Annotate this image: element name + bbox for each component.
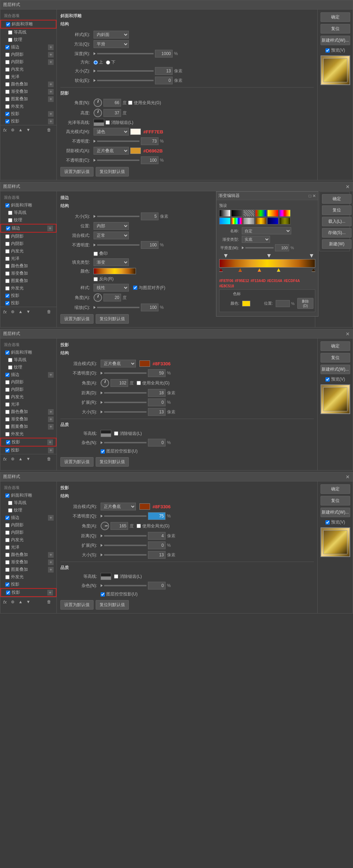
gradient-overlay3-checkbox[interactable] bbox=[5, 417, 10, 421]
pattern-overlay3-checkbox[interactable] bbox=[5, 425, 10, 429]
close-btn-2[interactable]: ✕ bbox=[346, 184, 350, 190]
reset-btn-1[interactable]: 复位 bbox=[321, 24, 350, 34]
highlight-opacity-input[interactable] bbox=[141, 137, 158, 145]
set-default-btn-2[interactable]: 设置为默认值 bbox=[60, 314, 94, 324]
highlight-mode-select[interactable]: 滤色 bbox=[94, 128, 129, 136]
sidebar4-color-overlay[interactable]: 颜色叠加 + bbox=[0, 551, 56, 558]
new-style-btn-3[interactable]: 新建样式(W)... bbox=[321, 365, 350, 374]
stroke4-checkbox[interactable] bbox=[5, 516, 10, 520]
sidebar2-item-drop-shadow1[interactable]: 投影 bbox=[0, 292, 56, 299]
fx2-trash-icon[interactable]: 🗑 bbox=[46, 309, 52, 315]
stroke3-checkbox[interactable] bbox=[5, 373, 10, 377]
reset-btn-3[interactable]: 复位 bbox=[321, 353, 350, 363]
stroke-opacity-arrow[interactable] bbox=[94, 244, 96, 246]
color-stop-5[interactable] bbox=[312, 268, 315, 272]
shadow4-opacity-arrow[interactable] bbox=[101, 515, 103, 517]
sidebar3-item-texture[interactable]: 纹理 bbox=[0, 364, 56, 371]
size-arrow[interactable] bbox=[94, 70, 96, 72]
shadow3-spread-arrow[interactable] bbox=[101, 401, 103, 404]
grad-new-btn[interactable]: 新建(W) bbox=[322, 239, 352, 249]
color-overlay3-checkbox[interactable] bbox=[5, 410, 10, 414]
fx2-down-icon[interactable]: ▼ bbox=[25, 309, 31, 315]
swatch-1[interactable] bbox=[219, 210, 231, 217]
inner-shadow2-1-checkbox[interactable] bbox=[5, 234, 10, 239]
shadow4-spread-arrow[interactable] bbox=[101, 544, 103, 547]
shadow3-angle-input[interactable] bbox=[110, 379, 128, 387]
new-style-btn-4[interactable]: 新建样式(W)... bbox=[321, 508, 350, 517]
shadow4-distance-arrow[interactable] bbox=[101, 534, 103, 537]
shadow-opacity-input[interactable] bbox=[141, 156, 158, 164]
shadow-color-swatch[interactable] bbox=[130, 148, 141, 154]
fx-trash-icon[interactable]: 🗑 bbox=[46, 127, 52, 133]
opacity-stop-1[interactable] bbox=[224, 254, 228, 258]
pattern-overlay4-checkbox[interactable] bbox=[5, 568, 10, 572]
sidebar-item-inner-shadow2[interactable]: 内阴影 + bbox=[0, 58, 56, 66]
pattern-overlay-plus[interactable]: + bbox=[48, 96, 54, 102]
shadow3-size-input[interactable] bbox=[148, 408, 166, 416]
color-overlay-plus[interactable]: + bbox=[48, 82, 54, 87]
sidebar3-item-bevel[interactable]: 斜面和浮雕 bbox=[0, 349, 56, 356]
shadow4-antialias-checkbox[interactable] bbox=[114, 574, 118, 579]
style-select[interactable]: 内斜面 bbox=[94, 31, 129, 38]
shadow3-layer-shadow-checkbox[interactable] bbox=[101, 449, 105, 454]
grad-type-select[interactable]: 实底 bbox=[242, 236, 270, 243]
gradient-overlay3-plus[interactable]: + bbox=[48, 417, 54, 422]
swatch-12[interactable] bbox=[279, 217, 291, 225]
stamp-checkbox[interactable] bbox=[94, 252, 98, 256]
sidebar2-item-pattern-overlay[interactable]: 图案叠加 bbox=[0, 277, 56, 285]
drop-shadow4-1-checkbox[interactable] bbox=[5, 582, 10, 587]
shadow3-antialias-checkbox[interactable] bbox=[114, 431, 118, 436]
shadow4-noise-arrow[interactable] bbox=[101, 584, 103, 587]
gloss-contour-preview[interactable] bbox=[94, 119, 104, 126]
global-light-checkbox[interactable] bbox=[128, 101, 132, 105]
set-default-btn-4[interactable]: 设置为默认值 bbox=[60, 600, 94, 610]
shadow4-opacity-input[interactable] bbox=[148, 512, 166, 520]
shadow4-contour-preview[interactable] bbox=[101, 573, 111, 580]
sidebar2-item-texture[interactable]: 纹理 bbox=[0, 216, 56, 224]
close-btn-4[interactable]: ✕ bbox=[346, 474, 350, 480]
inner-shadow2-plus[interactable]: + bbox=[48, 59, 54, 65]
dir-up-radio[interactable] bbox=[94, 60, 98, 65]
confirm-btn-4[interactable]: 确定 bbox=[321, 484, 350, 494]
shadow3-contour-preview[interactable] bbox=[101, 430, 111, 437]
highlight-opacity-arrow[interactable] bbox=[94, 140, 96, 143]
contour2-checkbox[interactable] bbox=[8, 211, 12, 215]
shadow4-global-light-checkbox[interactable] bbox=[137, 524, 141, 528]
dir-up-label[interactable]: 上 bbox=[94, 59, 103, 65]
shadow4-noise-input[interactable] bbox=[148, 582, 166, 589]
sidebar3-item-contour[interactable]: 等高线 bbox=[0, 356, 56, 364]
contour4-checkbox[interactable] bbox=[8, 501, 12, 505]
color-overlay4-checkbox[interactable] bbox=[5, 553, 10, 557]
stroke-style-select[interactable]: 线性 bbox=[94, 284, 129, 292]
sidebar-item-gradient-overlay[interactable]: 渐变叠加 + bbox=[0, 88, 56, 95]
stop-color-swatch[interactable] bbox=[242, 301, 250, 306]
shadow3-noise-input[interactable] bbox=[148, 439, 166, 447]
sidebar-item-outer-glow[interactable]: 外发光 bbox=[0, 103, 56, 110]
stroke-gradient-preview[interactable] bbox=[94, 268, 136, 274]
depth-arrow[interactable] bbox=[94, 52, 96, 55]
shadow4-angle-dial[interactable] bbox=[100, 521, 110, 531]
close-btn-3[interactable]: ✕ bbox=[346, 331, 350, 337]
sidebar4-satin[interactable]: 光泽 bbox=[0, 544, 56, 551]
sidebar3-drop-shadow1[interactable]: 投影 + bbox=[0, 438, 56, 447]
inner-shadow2-2-checkbox[interactable] bbox=[5, 242, 10, 246]
stroke2-checkbox[interactable] bbox=[6, 226, 10, 231]
pattern-overlay4-plus[interactable]: + bbox=[48, 567, 54, 573]
sidebar3-pattern-overlay[interactable]: 图案叠加 + bbox=[0, 423, 56, 430]
angle-input[interactable] bbox=[103, 99, 121, 107]
shadow4-angle-input[interactable] bbox=[110, 522, 128, 530]
satin3-checkbox[interactable] bbox=[5, 402, 10, 407]
pattern-overlay-checkbox[interactable] bbox=[5, 97, 10, 101]
inner-shadow4-2-checkbox[interactable] bbox=[5, 531, 10, 535]
align-checkbox[interactable] bbox=[133, 286, 137, 290]
soften-arrow[interactable] bbox=[94, 79, 96, 82]
shadow-opacity-arrow[interactable] bbox=[94, 159, 96, 162]
dir-down-radio[interactable] bbox=[106, 60, 110, 65]
drop-shadow2-plus[interactable]: + bbox=[48, 119, 54, 124]
sidebar2-item-contour[interactable]: 等高线 bbox=[0, 209, 56, 216]
shadow3-opacity-input[interactable] bbox=[148, 369, 166, 377]
sidebar2-item-color-overlay[interactable]: 颜色叠加 bbox=[0, 262, 56, 270]
inner-shadow3-2-checkbox[interactable] bbox=[5, 388, 10, 392]
sidebar3-outer-glow[interactable]: 外发光 bbox=[0, 430, 56, 438]
size-input[interactable] bbox=[155, 67, 173, 75]
